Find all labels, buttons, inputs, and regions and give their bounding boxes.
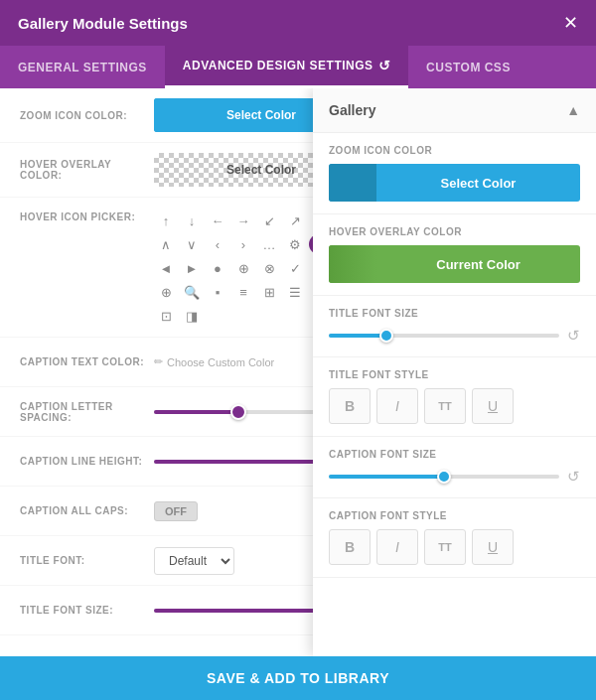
caption-underline-button[interactable]: U [472, 529, 514, 565]
right-title-font-size-track[interactable] [329, 334, 559, 338]
right-title-font-size-label: Title Font Size [329, 308, 580, 319]
caption-all-caps-toggle[interactable]: OFF [154, 501, 198, 521]
caption-bold-button[interactable]: B [329, 529, 371, 565]
icon-check[interactable]: ✓ [283, 257, 307, 279]
choose-custom-label: Choose Custom Color [167, 356, 274, 368]
right-title-font-size-fill [329, 334, 386, 338]
right-title-font-style-label: Title Font Style [329, 369, 580, 380]
right-panel-title: Gallery [329, 102, 375, 118]
right-caption-font-size-label: Caption Font Size [329, 449, 580, 460]
hover-overlay-color-label: Hover Overlay Color: [20, 159, 154, 181]
icon-square[interactable]: ▪ [206, 281, 229, 303]
tab-reset-icon: ↺ [378, 58, 391, 73]
right-panel-collapse-icon[interactable]: ▲ [566, 102, 580, 118]
icon-align-c[interactable]: ⊡ [154, 305, 178, 327]
icon-chevron-down[interactable]: ∨ [180, 233, 204, 255]
zoom-icon-color-label: Zoom Icon Color: [20, 110, 154, 121]
footer: Save & Add To Library [0, 656, 596, 700]
icon-circle-dot[interactable]: ● [206, 257, 229, 279]
caption-letter-spacing-label: Caption Letter Spacing: [20, 401, 154, 423]
icon-grid: ↑ ↓ ← → ↙ ↗ ✛ ∧ ∨ ‹ › … ⚙ [154, 210, 333, 327]
icon-list2[interactable]: ☰ [283, 281, 307, 303]
hover-color-label: Select Color [190, 163, 333, 177]
tab-css[interactable]: Custom CSS [408, 46, 528, 88]
right-zoom-icon-label: Zoom Icon Color [329, 145, 580, 156]
icon-align-r[interactable]: ◨ [180, 305, 204, 327]
right-caption-font-size-section: Caption Font Size ↺ [313, 437, 596, 498]
caption-line-height-label: Caption Line Height: [20, 456, 154, 467]
right-caption-font-style-row: B I TT U [329, 529, 580, 565]
right-hover-overlay-section: Hover Overlay Color Current Color [313, 214, 596, 296]
title-font-select[interactable]: Default [154, 547, 234, 575]
right-title-font-size-thumb[interactable] [379, 329, 393, 343]
right-zoom-icon-section: Zoom Icon Color Select Color [313, 133, 596, 214]
icon-settings[interactable]: ⚙ [283, 233, 307, 255]
zoom-color-button[interactable]: Select Color [154, 98, 333, 132]
title-underline-button[interactable]: U [472, 388, 514, 424]
right-caption-font-style-label: Caption Font Style [329, 510, 580, 521]
icon-close-circle[interactable]: ⊗ [257, 257, 281, 279]
right-caption-font-size-thumb[interactable] [437, 470, 451, 484]
icon-arrow-tr[interactable]: ↗ [283, 210, 307, 231]
tab-advanced[interactable]: Advanced Design Settings ↺ [165, 46, 408, 88]
right-panel: Gallery ▲ Zoom Icon Color Select Color H… [313, 88, 596, 656]
content-area: Zoom Icon Color: Select Color ↺ Hover Ov… [0, 88, 596, 656]
caption-italic-button[interactable]: I [376, 529, 418, 565]
save-button[interactable]: Save & Add To Library [207, 670, 389, 686]
modal: Gallery Module Settings ✕ General Settin… [0, 0, 596, 700]
icon-chevron-left[interactable]: ‹ [206, 233, 229, 255]
right-caption-font-size-reset-icon[interactable]: ↺ [567, 468, 580, 486]
icon-grid2[interactable]: ⊞ [257, 281, 281, 303]
right-title-font-size-row: ↺ [329, 327, 580, 345]
right-title-font-style-row: B I TT U [329, 388, 580, 424]
icon-chevron-up[interactable]: ∧ [154, 233, 178, 255]
icon-arrow-down[interactable]: ↓ [180, 210, 204, 231]
tabs-bar: General Settings Advanced Design Setting… [0, 46, 596, 88]
caption-text-color-label: Caption Text Color: [20, 356, 154, 367]
modal-close-button[interactable]: ✕ [563, 14, 578, 32]
right-caption-font-size-row: ↺ [329, 468, 580, 486]
right-zoom-swatch [329, 164, 376, 202]
caption-tt-button[interactable]: TT [424, 529, 466, 565]
icon-triangle-right[interactable]: ► [180, 257, 204, 279]
icon-zoom-in[interactable]: ⊕ [231, 257, 255, 279]
pencil-icon: ✏ [154, 355, 163, 368]
right-title-font-size-reset-icon[interactable]: ↺ [567, 327, 580, 345]
right-title-font-size-section: Title Font Size ↺ [313, 296, 596, 357]
icon-zoom3[interactable]: 🔍 [180, 281, 204, 303]
caption-letter-spacing-thumb[interactable] [230, 404, 246, 420]
right-zoom-btn-label: Select Color [376, 176, 580, 191]
title-tt-button[interactable]: TT [424, 388, 466, 424]
title-bold-button[interactable]: B [329, 388, 371, 424]
right-hover-overlay-label: Hover Overlay Color [329, 226, 580, 237]
hover-icon-picker-label: Hover Icon Picker: [20, 210, 154, 222]
title-italic-button[interactable]: I [376, 388, 418, 424]
hover-color-swatch [154, 153, 190, 187]
icon-menu[interactable]: ≡ [231, 281, 255, 303]
tab-general[interactable]: General Settings [0, 46, 165, 88]
choose-custom-color-button[interactable]: ✏ Choose Custom Color [154, 355, 274, 368]
hover-color-button[interactable]: Select Color [154, 153, 333, 187]
right-caption-font-size-track[interactable] [329, 475, 559, 479]
icon-arrow-tl[interactable]: ↙ [257, 210, 281, 231]
right-hover-color-button[interactable]: Current Color [329, 245, 580, 283]
icon-zoom2[interactable]: ⊕ [154, 281, 178, 303]
caption-letter-spacing-fill [154, 410, 238, 414]
icon-arrow-right[interactable]: → [231, 210, 255, 231]
title-font-size-fill [154, 609, 323, 613]
right-panel-header: Gallery ▲ [313, 88, 596, 133]
icon-arrow-up[interactable]: ↑ [154, 210, 178, 231]
right-title-font-style-section: Title Font Style B I TT U [313, 357, 596, 437]
title-font-size-label: Title Font Size: [20, 605, 154, 616]
right-caption-font-style-section: Caption Font Style B I TT U [313, 498, 596, 578]
caption-all-caps-label: Caption All Caps: [20, 505, 154, 516]
modal-title: Gallery Module Settings [18, 15, 188, 32]
icon-arrow-left[interactable]: ← [206, 210, 229, 231]
icon-more[interactable]: … [257, 233, 281, 255]
icon-chevron-right[interactable]: › [231, 233, 255, 255]
zoom-color-label: Select Color [190, 108, 333, 122]
right-zoom-color-button[interactable]: Select Color [329, 164, 580, 202]
icon-triangle-left[interactable]: ◄ [154, 257, 178, 279]
zoom-color-swatch [154, 98, 190, 132]
right-hover-btn-label: Current Color [376, 257, 580, 272]
